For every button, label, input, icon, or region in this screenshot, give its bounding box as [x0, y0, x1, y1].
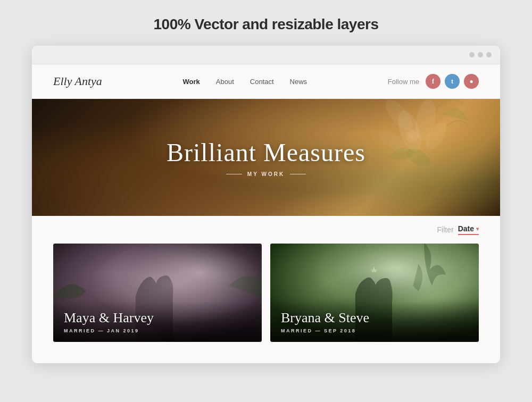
- nav-social: Follow me f t ●: [388, 74, 479, 89]
- page-banner-title: 100% Vector and resizable layers: [154, 16, 379, 33]
- facebook-icon[interactable]: f: [426, 74, 440, 89]
- svg-point-4: [375, 127, 412, 156]
- hero-content: Brilliant Measures MY WORK: [167, 138, 365, 177]
- browser-window: Elly Antya Work About Contact News Follo…: [32, 46, 500, 363]
- nav-link-contact[interactable]: Contact: [250, 78, 274, 86]
- outer-wrapper: 100% Vector and resizable layers Elly An…: [11, 16, 521, 402]
- svg-point-6: [409, 133, 415, 139]
- gallery-item-1[interactable]: Maya & Harvey MARRIED — JAN 2019: [53, 244, 262, 342]
- svg-point-3: [422, 119, 451, 154]
- hero-subtitle-text: MY WORK: [247, 171, 285, 177]
- filter-bar: Filter Date ▾: [32, 216, 500, 244]
- svg-point-0: [393, 107, 426, 154]
- nav-link-news[interactable]: News: [290, 78, 307, 86]
- hero-flower-decoration: [351, 99, 468, 216]
- gallery-date-1: MARRIED — JAN 2019: [64, 328, 251, 333]
- chevron-down-icon: ▾: [476, 226, 479, 232]
- filter-dropdown[interactable]: Date ▾: [458, 224, 479, 235]
- twitter-icon[interactable]: t: [445, 74, 460, 89]
- filter-dropdown-label: Date: [458, 224, 474, 233]
- gallery-item-1-overlay: Maya & Harvey MARRIED — JAN 2019: [53, 302, 262, 342]
- gallery-item-2[interactable]: Bryana & Steve MARRIED — SEP 2018: [270, 244, 479, 342]
- hero-title: Brilliant Measures: [167, 138, 365, 167]
- gallery-couple-name-2: Bryana & Steve: [281, 310, 468, 326]
- svg-point-1: [412, 99, 438, 143]
- hero-subtitle-line-right: [290, 174, 306, 174]
- gallery-date-2: MARRIED — SEP 2018: [281, 328, 468, 333]
- svg-point-5: [406, 130, 419, 143]
- browser-dot-3: [486, 52, 492, 57]
- filter-label: Filter: [437, 225, 454, 234]
- gallery-item-2-overlay: Bryana & Steve MARRIED — SEP 2018: [270, 302, 479, 342]
- gallery-couple-name-1: Maya & Harvey: [64, 310, 251, 326]
- follow-label: Follow me: [388, 78, 419, 86]
- gallery-grid: Maya & Harvey MARRIED — JAN 2019: [32, 244, 500, 363]
- browser-chrome: [32, 46, 500, 64]
- hero-subtitle-line-left: [226, 174, 242, 174]
- browser-dots: [469, 52, 492, 57]
- hero-subtitle: MY WORK: [167, 171, 365, 177]
- site-logo[interactable]: Elly Antya: [53, 74, 102, 88]
- nav-link-about[interactable]: About: [216, 78, 234, 86]
- nav-links: Work About Contact News: [183, 78, 307, 86]
- browser-dot-2: [478, 52, 483, 57]
- browser-dot-1: [469, 52, 475, 57]
- hero-section: Brilliant Measures MY WORK: [32, 99, 500, 216]
- site-nav: Elly Antya Work About Contact News Follo…: [32, 64, 500, 99]
- instagram-icon[interactable]: ●: [464, 74, 479, 89]
- svg-point-2: [381, 99, 417, 134]
- nav-link-work[interactable]: Work: [183, 78, 200, 86]
